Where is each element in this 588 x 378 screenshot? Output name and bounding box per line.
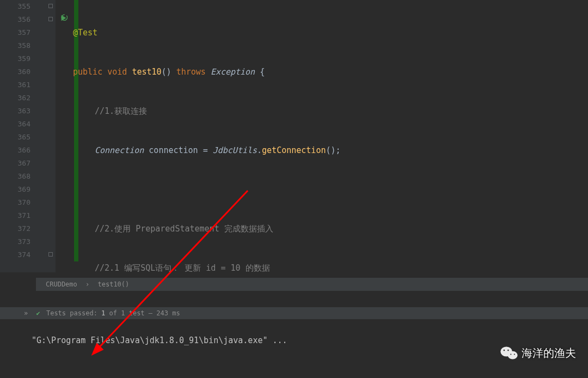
line-number: 364 xyxy=(0,118,30,131)
annotation: @Test xyxy=(73,28,97,38)
breadcrumb-bar[interactable]: CRUDDemo › test10() xyxy=(36,278,588,291)
comment: //1.获取连接 xyxy=(95,106,147,116)
class-ref: JdbcUtils xyxy=(213,145,257,155)
keyword: public xyxy=(73,67,102,77)
check-icon: ✔ xyxy=(36,309,40,317)
tests-time: 243 ms xyxy=(156,309,180,317)
line-number: 356 xyxy=(0,13,30,26)
fold-gutter xyxy=(47,0,54,272)
line-number: 374 xyxy=(0,248,30,261)
tests-passed-label: Tests passed: xyxy=(46,309,97,317)
line-number: 357 xyxy=(0,26,30,39)
code-area[interactable]: @Test public void test10() throws Except… xyxy=(56,0,588,272)
fold-marker[interactable] xyxy=(48,4,53,8)
keyword: void xyxy=(107,67,127,77)
watermark: 海洋的渔夫 xyxy=(500,345,576,361)
line-number: 368 xyxy=(0,170,30,183)
line-number: 365 xyxy=(0,131,30,144)
line-number: 362 xyxy=(0,92,30,105)
line-number: 367 xyxy=(0,157,30,170)
line-number: 355 xyxy=(0,0,30,13)
svg-point-3 xyxy=(507,350,509,351)
comment: //2.1 编写SQL语句： 更新 id = 10 的数据 xyxy=(95,263,270,272)
comment: //2.使用 PreparedStatement 完成数据插入 xyxy=(95,224,273,234)
dash: – xyxy=(149,309,152,317)
method-call: getConnection xyxy=(262,145,326,155)
svg-point-1 xyxy=(508,351,518,359)
keyword: throws xyxy=(176,67,206,77)
tests-passed-count: 1 xyxy=(101,309,105,317)
tests-total: of 1 test xyxy=(109,309,145,317)
fold-marker[interactable] xyxy=(48,252,53,257)
line-number: 369 xyxy=(0,183,30,196)
type: Connection xyxy=(95,145,144,155)
line-number: 366 xyxy=(0,144,30,157)
type: Exception xyxy=(211,67,255,77)
line-number: 361 xyxy=(0,78,30,92)
line-number: 360 xyxy=(0,65,30,78)
expand-icon[interactable]: » xyxy=(24,309,28,317)
line-gutter: 355 356 357 358 359 360 361 362 363 364 … xyxy=(0,0,36,272)
test-status-bar: » ✔ Tests passed: 1 of 1 test – 243 ms xyxy=(0,307,588,319)
editor-pane: 355 356 357 358 359 360 361 362 363 364 … xyxy=(0,0,588,272)
line-number: 363 xyxy=(0,105,30,118)
line-number: 370 xyxy=(0,196,30,209)
line-number: 371 xyxy=(0,209,30,222)
breadcrumb-separator: › xyxy=(85,281,89,288)
method-name: test10 xyxy=(132,67,161,77)
breadcrumb-method[interactable]: test10() xyxy=(98,281,130,288)
wechat-icon xyxy=(500,345,518,361)
line-number: 359 xyxy=(0,52,30,65)
fold-marker[interactable] xyxy=(48,17,53,21)
line-number: 358 xyxy=(0,39,30,52)
watermark-text: 海洋的渔夫 xyxy=(522,346,576,361)
line-number: 373 xyxy=(0,235,30,248)
breadcrumb-class[interactable]: CRUDDemo xyxy=(46,281,77,288)
svg-point-5 xyxy=(514,353,515,355)
svg-point-2 xyxy=(504,350,505,351)
line-number: 372 xyxy=(0,222,30,235)
variable: connection xyxy=(149,145,198,155)
svg-point-4 xyxy=(510,353,511,355)
